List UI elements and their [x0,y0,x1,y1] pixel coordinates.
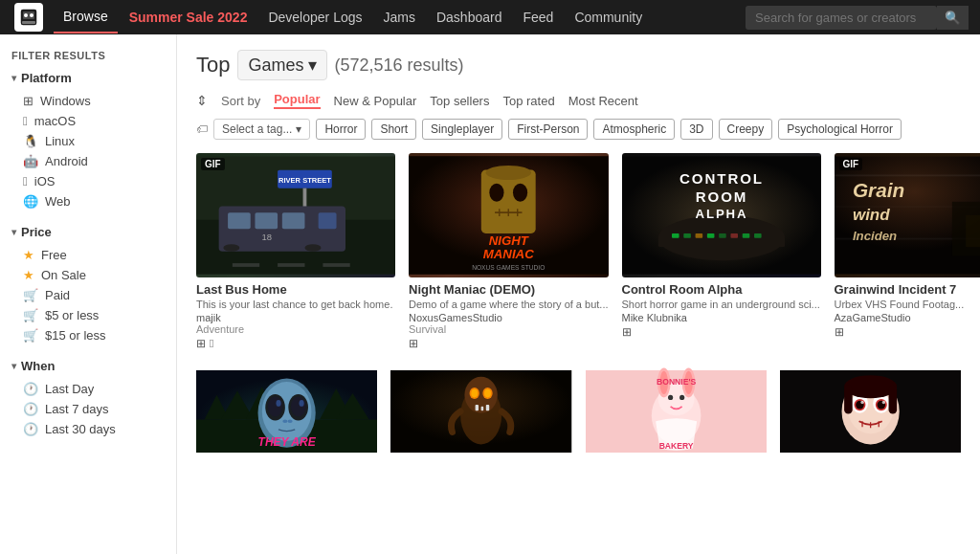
search-button[interactable]: 🔍 [937,6,969,30]
game-card-grainwind[interactable]: GIF Grain [835,153,981,350]
free-icon: ★ [23,248,34,262]
svg-text:MANIAC: MANIAC [483,247,534,261]
dropdown-label: Games [248,55,303,76]
win-icon: ⊞ [409,337,418,350]
filter-last-day[interactable]: 🕐 Last Day [11,379,165,399]
price-section: ▾ Price ★ Free ★ On Sale 🛒 Paid 🛒 $5 or … [11,225,165,345]
nav-browse[interactable]: Browse [54,1,118,33]
svg-rect-15 [223,244,239,252]
ios-label: iOS [34,174,56,188]
svg-rect-20 [323,263,349,267]
win-icon: ⊞ [835,325,844,339]
svg-text:Inciden: Inciden [852,229,896,243]
site-logo[interactable] [11,0,46,34]
when-header[interactable]: ▾ When [11,359,165,373]
svg-point-94 [679,395,684,400]
svg-rect-19 [278,263,304,267]
nav-community[interactable]: Community [565,2,652,33]
logo-image [14,3,43,32]
game-thumb-last-bus-home: GIF RIVER STREET [196,153,395,277]
filter-linux[interactable]: 🐧 Linux [11,131,165,151]
svg-rect-4 [22,21,35,24]
svg-rect-43 [730,233,738,238]
game-title-last-bus-home: Last Bus Home [196,282,395,297]
game-card-they-are-here[interactable]: THEY ARE [196,364,377,459]
filter-paid[interactable]: 🛒 Paid [11,285,165,305]
filter-15-less[interactable]: 🛒 $15 or less [11,325,165,345]
tag-short[interactable]: Short [371,119,416,140]
free-label: Free [41,248,67,262]
tag-first-person[interactable]: First-Person [508,119,588,140]
filter-last-30[interactable]: 🕐 Last 30 days [11,419,165,439]
filter-ios[interactable]:  iOS [11,171,165,191]
filter-android[interactable]: 🤖 Android [11,151,165,171]
svg-text:BONNIE'S: BONNIE'S [657,377,696,387]
game-info-night-maniac: Night Maniac (DEMO) Demo of a game where… [409,277,609,350]
game-info-last-bus-home: Last Bus Home This is your last chance t… [196,277,395,350]
tag-psychological-horror[interactable]: Psychological Horror [778,119,902,140]
nav-feed[interactable]: Feed [513,2,563,33]
svg-rect-18 [233,263,259,267]
svg-rect-40 [695,233,702,238]
sort-icon: ⇕ [196,93,208,108]
when-section: ▾ When 🕐 Last Day 🕐 Last 7 days 🕐 Last 3… [11,359,165,439]
filter-free[interactable]: ★ Free [11,245,165,265]
nav-dashboard[interactable]: Dashboard [427,2,512,33]
tag-creepy[interactable]: Creepy [719,119,773,140]
platform-label: Platform [21,71,72,85]
tag-horror[interactable]: Horror [316,119,366,140]
filter-title: FILTER RESULTS [11,50,165,61]
game-card-night-maniac[interactable]: NIGHT MANIAC NOXUS GAMES STUDIO Night Ma… [409,153,609,350]
platform-header[interactable]: ▾ Platform [11,71,165,85]
filter-web[interactable]: 🌐 Web [11,191,165,211]
tag-singleplayer[interactable]: Singleplayer [422,119,502,140]
svg-text:RIVER STREET: RIVER STREET [278,176,331,185]
game-thumb-they-are-here: THEY ARE [196,364,377,459]
when-chevron: ▾ [11,361,16,371]
nav-developer-logs[interactable]: Developer Logs [258,2,371,33]
price-header[interactable]: ▾ Price [11,225,165,239]
windows-label: Windows [40,94,91,108]
sort-top-rated[interactable]: Top rated [502,94,554,108]
ios-icon:  [23,174,28,188]
last-day-icon: 🕐 [23,382,38,396]
filter-macos[interactable]:  macOS [11,111,165,131]
nav-summer-sale[interactable]: Summer Sale 2022 [120,2,257,33]
svg-rect-38 [672,233,679,238]
sort-most-recent[interactable]: Most Recent [568,94,638,108]
filter-on-sale[interactable]: ★ On Sale [11,265,165,285]
game-genre-night-maniac: Survival [409,323,609,335]
macos-icon:  [23,114,28,128]
svg-rect-39 [683,233,691,238]
svg-rect-50 [835,174,981,176]
15less-label: $15 or less [45,328,106,343]
content-heading: Top [196,53,230,78]
last-day-label: Last Day [45,382,94,396]
game-title-grainwind: Grainwind Incident 7 [835,282,981,297]
sort-new-popular[interactable]: New & Popular [334,94,417,108]
sort-top-sellers[interactable]: Top sellers [430,94,489,108]
game-card-control-room[interactable]: CONTROL ROOM ALPHA Control Room Alpha Sh… [622,153,821,350]
nav-jams[interactable]: Jams [374,2,425,33]
main-layout: FILTER RESULTS ▾ Platform ⊞ Windows  ma… [0,34,980,554]
svg-rect-44 [742,233,749,238]
filter-5-less[interactable]: 🛒 $5 or less [11,305,165,325]
game-thumb-bonnies-bakery: BONNIE'S BAKERY [586,364,767,459]
svg-rect-13 [282,212,305,229]
game-card-doll[interactable] [780,364,961,459]
nav-links: Browse Summer Sale 2022 Developer Logs J… [54,1,746,33]
game-card-bonnies-bakery[interactable]: BONNIE'S BAKERY [586,364,767,459]
tag-atmospheric[interactable]: Atmospheric [593,119,675,140]
svg-point-82 [484,389,491,398]
filter-last-7[interactable]: 🕐 Last 7 days [11,399,165,419]
tag-select-dropdown[interactable]: Select a tag... ▾ [213,119,310,140]
game-card-monster[interactable] [390,364,571,459]
games-dropdown[interactable]: Games ▾ [237,50,326,80]
filter-windows[interactable]: ⊞ Windows [11,91,165,111]
tag-3d[interactable]: 3D [680,119,712,140]
search-input[interactable] [746,6,937,30]
web-label: Web [45,194,71,209]
sort-popular[interactable]: Popular [274,92,320,109]
game-card-last-bus-home[interactable]: GIF RIVER STREET [196,153,395,350]
svg-rect-41 [706,233,714,238]
